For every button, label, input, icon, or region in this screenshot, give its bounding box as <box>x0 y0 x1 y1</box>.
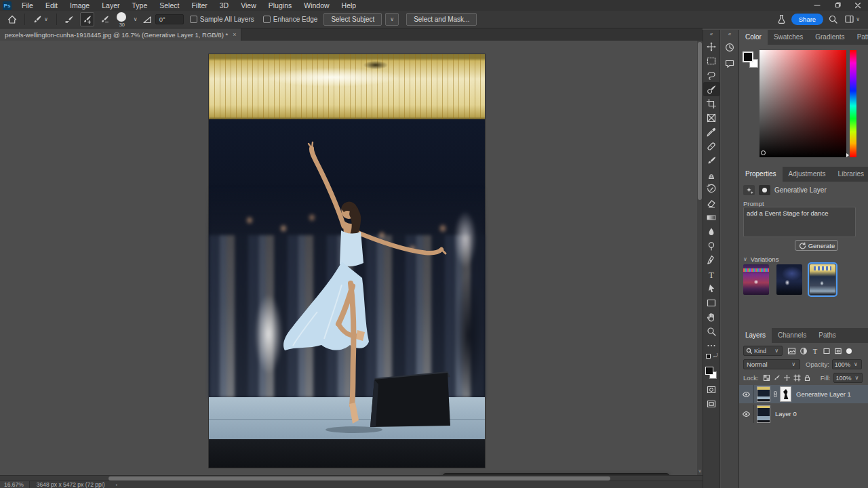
blur-tool[interactable] <box>703 224 719 239</box>
chevron-down-icon[interactable]: ∨ <box>132 16 139 22</box>
document-tab[interactable]: pexels-wellington-cunha-1918445.jpg @ 16… <box>0 28 241 41</box>
layer-mask-thumbnail[interactable] <box>780 386 791 402</box>
brush-angle-field[interactable]: 0° <box>155 14 184 24</box>
color-swatches-widget[interactable] <box>743 52 760 69</box>
lock-position-icon[interactable] <box>782 374 792 382</box>
lasso-tool[interactable] <box>703 68 719 82</box>
tab-layers[interactable]: Layers <box>739 328 772 343</box>
beta-features-flask-icon[interactable] <box>775 13 788 26</box>
comments-icon[interactable] <box>722 56 738 72</box>
menu-image[interactable]: Image <box>64 0 96 11</box>
brush-tool[interactable] <box>703 153 719 167</box>
restore-button[interactable] <box>827 0 848 11</box>
layer-visibility-toggle[interactable] <box>739 385 754 403</box>
checkbox-box[interactable] <box>190 16 197 23</box>
lock-all-icon[interactable] <box>802 374 812 382</box>
tab-channels[interactable]: Channels <box>772 328 812 343</box>
search-icon[interactable] <box>827 13 840 26</box>
pen-tool[interactable] <box>703 253 719 267</box>
filter-pixel-layers-icon[interactable] <box>786 347 797 355</box>
close-tab-icon[interactable]: × <box>233 31 236 38</box>
rectangle-tool[interactable] <box>703 296 719 310</box>
hue-slider-handle[interactable] <box>846 153 849 157</box>
eyedropper-tool[interactable] <box>703 125 719 139</box>
menu-file[interactable]: File <box>16 0 39 11</box>
saturation-brightness-field[interactable] <box>760 50 846 157</box>
layer-name[interactable]: Generative Layer 1 <box>796 390 851 398</box>
zoom-level-field[interactable]: 16.67% <box>0 481 30 488</box>
rectangular-marquee-tool[interactable] <box>703 54 719 68</box>
clone-stamp-tool[interactable] <box>703 167 719 182</box>
status-options-chevron-icon[interactable]: › <box>112 482 122 488</box>
layer-name[interactable]: Layer 0 <box>775 410 797 418</box>
tool-preset-icon[interactable]: ∨ <box>31 13 51 26</box>
tab-libraries[interactable]: Libraries <box>832 167 868 182</box>
generate-button[interactable]: Generate <box>795 240 838 251</box>
tab-color[interactable]: Color <box>739 30 768 45</box>
tab-paths[interactable]: Paths <box>812 328 842 343</box>
workspace-switcher-icon[interactable]: ∨ <box>843 13 863 26</box>
tab-gradients[interactable]: Gradients <box>809 30 850 45</box>
selection-brush-new-icon[interactable] <box>62 12 77 26</box>
canvas-area[interactable]: Event Stag... ‹ 2/3 › Generate … ∨ <box>0 41 703 475</box>
menu-layer[interactable]: Layer <box>96 0 125 11</box>
layer-row-layer-0[interactable]: Layer 0 <box>739 405 868 423</box>
layer-visibility-toggle[interactable] <box>739 405 754 423</box>
quick-mask-mode-icon[interactable] <box>703 382 719 396</box>
menu-3d[interactable]: 3D <box>214 0 235 11</box>
collapse-toolbar-icon[interactable]: « <box>703 30 719 39</box>
edit-toolbar-icon[interactable] <box>703 338 719 352</box>
fill-field[interactable]: 100% ∨ <box>833 373 863 383</box>
tab-adjustments[interactable]: Adjustments <box>783 167 832 182</box>
variation-thumbnail-3-selected[interactable] <box>810 264 835 295</box>
blend-mode-dropdown[interactable]: Normal ∨ <box>743 359 800 369</box>
filter-toggle[interactable] <box>846 348 852 354</box>
enhance-edge-checkbox[interactable]: Enhance Edge <box>263 16 318 23</box>
frame-tool[interactable] <box>703 110 719 125</box>
menu-select[interactable]: Select <box>153 0 185 11</box>
document-image[interactable]: Event Stag... ‹ 2/3 › Generate … <box>209 54 485 468</box>
default-colors-icon[interactable]: ⤾ <box>703 352 719 362</box>
menu-window[interactable]: Window <box>298 0 335 11</box>
checkbox-box[interactable] <box>263 16 271 23</box>
close-window-button[interactable] <box>848 0 868 11</box>
minimize-button[interactable] <box>807 0 827 11</box>
path-selection-tool[interactable] <box>703 281 719 296</box>
opacity-field[interactable]: 100% ∨ <box>832 359 862 369</box>
mask-link-icon[interactable] <box>772 391 778 397</box>
home-icon[interactable] <box>5 13 19 26</box>
tab-properties[interactable]: Properties <box>739 167 783 182</box>
select-and-mask-button[interactable]: Select and Mask... <box>406 13 477 26</box>
dodge-tool[interactable] <box>703 239 719 253</box>
vertical-scrollbar[interactable] <box>697 41 703 475</box>
layer-thumbnail[interactable] <box>757 386 770 402</box>
history-brush-tool[interactable] <box>703 182 719 196</box>
variation-thumbnail-1[interactable] <box>743 264 769 295</box>
color-cursor[interactable] <box>761 150 766 155</box>
eraser-tool[interactable] <box>703 196 719 210</box>
filter-smart-objects-icon[interactable] <box>832 347 844 355</box>
hue-slider[interactable] <box>850 50 856 157</box>
menu-plugins[interactable]: Plugins <box>262 0 298 11</box>
select-subject-options-button[interactable]: ∨ <box>385 13 399 26</box>
filter-shape-layers-icon[interactable] <box>821 347 832 355</box>
filter-adjustment-layers-icon[interactable] <box>797 347 809 355</box>
zoom-tool[interactable] <box>703 324 719 338</box>
horizontal-scrollbar[interactable] <box>0 475 703 481</box>
lock-image-pixels-icon[interactable] <box>772 374 782 382</box>
foreground-color-swatch[interactable] <box>705 367 713 375</box>
healing-brush-tool[interactable] <box>703 139 719 153</box>
type-tool[interactable]: T <box>703 267 719 281</box>
prompt-textarea[interactable]: add a Event Stage for dance <box>743 207 856 237</box>
variations-header[interactable]: ∨ Variations <box>743 256 778 263</box>
tab-swatches[interactable]: Swatches <box>768 30 809 45</box>
filter-type-layers-icon[interactable]: T <box>809 347 821 355</box>
move-tool[interactable] <box>703 39 719 54</box>
share-button[interactable]: Share <box>791 14 823 25</box>
vertical-scrollbar-thumb[interactable] <box>698 42 702 200</box>
brush-size-picker[interactable]: 30 <box>115 12 129 28</box>
layer-row-generative-layer-1[interactable]: Generative Layer 1 <box>739 385 868 403</box>
selection-brush-add-icon[interactable] <box>80 12 94 26</box>
lock-transparent-pixels-icon[interactable] <box>762 374 772 382</box>
tab-patterns[interactable]: Patterns <box>851 30 868 45</box>
